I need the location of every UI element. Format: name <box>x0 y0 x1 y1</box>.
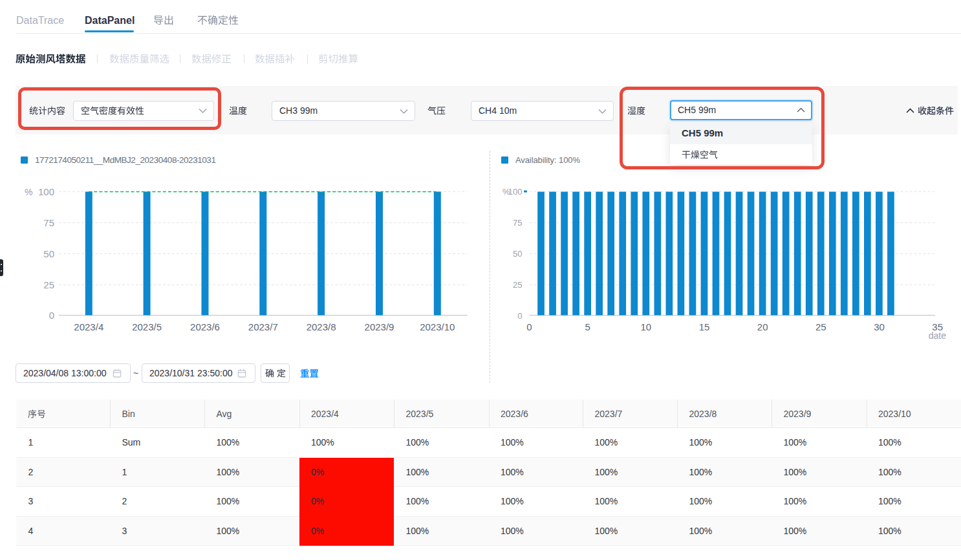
svg-text:0: 0 <box>517 311 522 321</box>
svg-text:25: 25 <box>815 321 826 332</box>
svg-text:2023/4: 2023/4 <box>74 321 103 332</box>
svg-text:50: 50 <box>513 249 522 259</box>
svg-text:2023/8: 2023/8 <box>307 321 336 332</box>
svg-text:10: 10 <box>640 321 651 332</box>
svg-text:2023/9: 2023/9 <box>365 321 394 332</box>
svg-text:%: % <box>25 187 32 197</box>
svg-text:%: % <box>502 187 510 197</box>
svg-text:50: 50 <box>43 248 54 259</box>
svg-text:15: 15 <box>699 321 710 332</box>
svg-text:20: 20 <box>757 321 768 332</box>
svg-text:100: 100 <box>508 187 523 197</box>
svg-text:2023/5: 2023/5 <box>132 321 162 332</box>
svg-text:0: 0 <box>49 310 54 321</box>
svg-text:25: 25 <box>513 280 522 290</box>
svg-text:25: 25 <box>43 279 54 290</box>
svg-text:75: 75 <box>43 217 54 228</box>
svg-text:2023/7: 2023/7 <box>248 321 278 332</box>
svg-text:2023/10: 2023/10 <box>420 321 455 332</box>
svg-text:75: 75 <box>513 218 522 228</box>
svg-text:5: 5 <box>585 321 590 332</box>
svg-text:date: date <box>929 330 946 341</box>
svg-text:100: 100 <box>38 186 54 197</box>
svg-text:0: 0 <box>526 321 532 332</box>
svg-text:2023/6: 2023/6 <box>190 321 220 332</box>
svg-text:30: 30 <box>874 321 885 332</box>
